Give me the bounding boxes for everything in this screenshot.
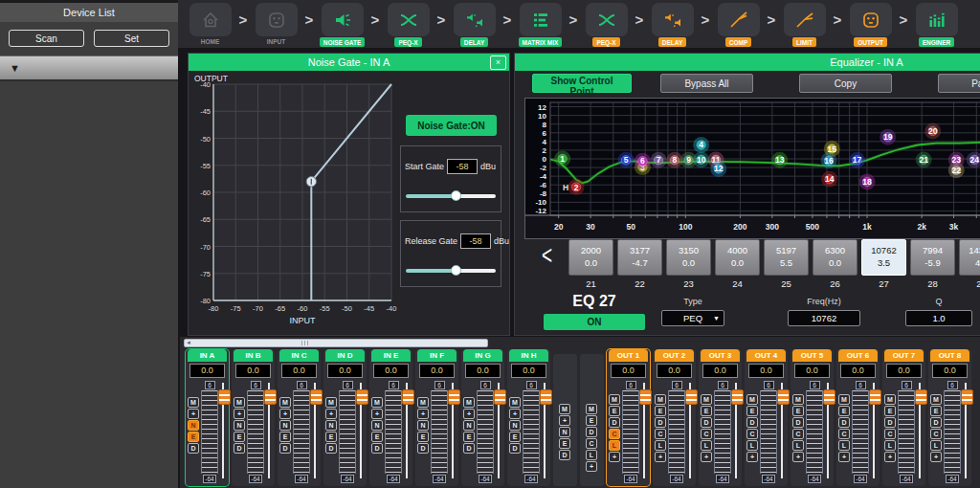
channel-button-c[interactable]: C (746, 429, 758, 439)
gain-value[interactable]: 0.0 (611, 364, 646, 378)
eq-band-cell[interactable]: 7994-5.9 (910, 239, 955, 276)
channel-button-d[interactable]: D (586, 427, 597, 437)
fader-track[interactable] (685, 381, 695, 483)
channel-strip-in-f[interactable]: IN F0.0M+NED6-64 (415, 349, 458, 486)
fader-handle[interactable] (639, 389, 652, 405)
channel-button-d[interactable]: D (746, 417, 758, 428)
channel-strip-out-2[interactable]: OUT 20.0MEDCL+6-64 (653, 349, 696, 486)
channel-strip-out-3[interactable]: OUT 30.0MEDCL+6-64 (699, 349, 742, 486)
fader-track[interactable] (961, 381, 970, 483)
fader-track[interactable] (731, 381, 741, 483)
gain-value[interactable]: 0.0 (932, 364, 968, 378)
channel-button-+[interactable]: + (188, 409, 199, 419)
eq-control-point-8[interactable]: 8 (666, 152, 682, 168)
release-gate-slider[interactable] (406, 265, 496, 276)
channel-button-e[interactable]: E (234, 432, 245, 442)
toolbar-item-enginer[interactable]: ENGINER (910, 3, 963, 47)
channel-button-n[interactable]: N (234, 420, 245, 431)
fader-track[interactable] (494, 381, 503, 483)
fader-handle[interactable] (540, 389, 552, 405)
channel-button-m[interactable]: M (371, 397, 383, 408)
toolbar-item-peq-x[interactable]: PEQ-X (580, 3, 633, 47)
channel-button-d[interactable]: D (371, 443, 383, 454)
channel-button-n[interactable]: N (417, 420, 429, 431)
channel-strip-in-c[interactable]: IN C0.0M+NED6-64 (278, 349, 321, 486)
channel-button-m[interactable]: M (838, 394, 850, 405)
toolbar-item-home[interactable]: HOME (184, 3, 236, 45)
eq-control-point-23[interactable]: 23 (948, 151, 965, 167)
channel-button-l[interactable]: L (701, 440, 712, 451)
channel-button-d[interactable]: D (701, 417, 712, 428)
channel-button-m[interactable]: M (746, 394, 758, 405)
eq-band-cell[interactable]: 31500.0 (666, 239, 711, 276)
fader-handle[interactable] (448, 389, 460, 405)
channel-button-m[interactable]: M (279, 397, 291, 408)
channel-button-d[interactable]: D (792, 417, 804, 428)
channel-button-+[interactable]: + (586, 461, 597, 472)
channel-button-+[interactable]: + (609, 452, 620, 462)
channel-button-d[interactable]: D (930, 417, 942, 428)
gain-value[interactable]: 0.0 (327, 364, 363, 378)
slider-thumb[interactable] (451, 190, 461, 201)
channel-button-m[interactable]: M (884, 394, 896, 405)
channel-button-l[interactable]: L (884, 440, 896, 451)
q-input[interactable]: 1.0 (905, 310, 972, 326)
channel-button-l[interactable]: L (586, 450, 597, 460)
channel-button-+[interactable]: + (746, 452, 758, 462)
release-gate-value[interactable]: -58 (460, 233, 491, 249)
channel-button-e[interactable]: E (371, 432, 383, 442)
fader-track[interactable] (264, 381, 274, 483)
gain-value[interactable]: 0.0 (657, 364, 692, 378)
type-select[interactable]: PEQ ▼ (661, 310, 724, 326)
channel-button-e[interactable]: E (325, 432, 337, 442)
channel-button-d[interactable]: D (559, 450, 570, 460)
channel-button-e[interactable]: E (463, 432, 475, 442)
channel-button-e[interactable]: E (838, 406, 850, 416)
channel-button-+[interactable]: + (930, 452, 942, 462)
channel-strip-out-1[interactable]: OUT 10.0MEDCL+6-64 (607, 349, 650, 486)
eq-band-cell[interactable]: 63000.0 (813, 239, 858, 276)
channel-button-c[interactable]: C (884, 429, 896, 439)
channel-button-e[interactable]: E (701, 406, 712, 416)
gain-value[interactable]: 0.0 (189, 364, 225, 378)
channel-button-e[interactable]: E (792, 406, 804, 416)
channel-button-l[interactable]: L (655, 440, 666, 451)
gain-value[interactable]: 0.0 (281, 364, 317, 378)
channel-strip-out-5[interactable]: OUT 50.0MEDCL+6-64 (791, 349, 834, 486)
horizontal-scrollbar[interactable]: ◄ (184, 339, 488, 347)
channel-button-e[interactable]: E (609, 406, 620, 416)
eq-control-point-12[interactable]: 12 (710, 161, 726, 177)
device-group-dropdown[interactable]: ▼ (0, 55, 178, 81)
eq-control-point-17[interactable]: 17 (849, 152, 865, 168)
fader-handle[interactable] (264, 389, 277, 405)
eq-band-cell[interactable]: 143404.2 (959, 239, 980, 276)
channel-button-+[interactable]: + (463, 409, 475, 419)
channel-button-+[interactable]: + (701, 452, 712, 462)
gain-value[interactable]: 0.0 (794, 364, 830, 378)
fader-handle[interactable] (310, 389, 323, 405)
fader-handle[interactable] (961, 389, 973, 405)
channel-button-+[interactable]: + (279, 409, 291, 419)
channel-button-l[interactable]: L (792, 440, 804, 451)
eq-band-cell[interactable]: 40000.0 (715, 239, 760, 276)
toolbar-item-delay[interactable]: DELAY (646, 3, 699, 47)
channel-button-+[interactable]: + (509, 409, 521, 419)
gain-value[interactable]: 0.0 (748, 364, 784, 378)
channel-strip-in-g[interactable]: IN G0.0M+NED6-64 (461, 349, 504, 486)
channel-button-e[interactable]: E (188, 432, 199, 442)
eq-band-cell[interactable]: 20000.0 (568, 239, 613, 276)
fader-track[interactable] (356, 381, 366, 483)
channel-button-d[interactable]: D (509, 443, 521, 454)
channel-button-m[interactable]: M (559, 404, 570, 414)
gain-value[interactable]: 0.0 (702, 364, 738, 378)
show-control-point-button[interactable]: Show Control Point (532, 74, 632, 93)
eq-control-point-7[interactable]: 7 (651, 152, 667, 168)
channel-strip-in-h[interactable]: IN H0.0M+NED6-64 (507, 349, 550, 486)
fader-handle[interactable] (402, 389, 414, 405)
channel-button-m[interactable]: M (234, 397, 245, 408)
set-button[interactable]: Set (94, 30, 169, 47)
channel-strip-out-7[interactable]: OUT 70.0MEDCL+6-64 (882, 349, 925, 486)
channel-button-+[interactable]: + (792, 452, 804, 462)
channel-button-e[interactable]: E (746, 406, 758, 416)
eq-band-cell[interactable]: 107623.5 (861, 239, 906, 276)
